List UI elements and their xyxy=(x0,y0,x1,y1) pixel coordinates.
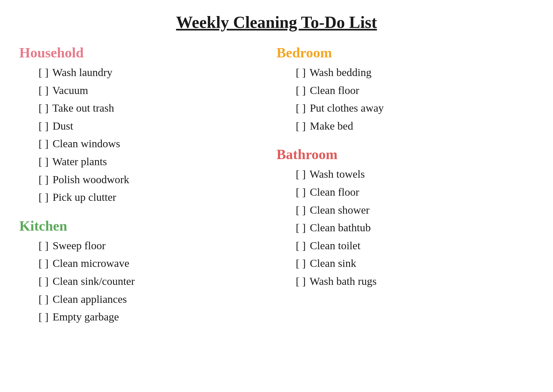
list-item: [ ] Clean bathtub xyxy=(296,220,521,235)
list-item: [ ] Clean floor xyxy=(296,184,521,200)
checkbox[interactable]: [ ] xyxy=(39,293,48,305)
section-bedroom: Bedroom [ ] Wash bedding [ ] Clean floor… xyxy=(276,45,521,133)
page-title: Weekly Cleaning To-Do List xyxy=(19,13,534,32)
checkbox[interactable]: [ ] xyxy=(296,84,306,96)
list-item: [ ] Water plants xyxy=(39,154,264,169)
checkbox[interactable]: [ ] xyxy=(296,257,306,269)
list-item: [ ] Clean windows xyxy=(39,136,264,151)
list-item: [ ] Empty garbage xyxy=(39,309,264,325)
list-item: [ ] Dust xyxy=(39,118,264,134)
kitchen-task-list: [ ] Sweep floor [ ] Clean microwave [ ] … xyxy=(19,238,264,325)
section-household: Household [ ] Wash laundry [ ] Vacuum [ … xyxy=(19,45,264,205)
checkbox[interactable]: [ ] xyxy=(39,120,48,132)
checkbox[interactable]: [ ] xyxy=(39,174,48,185)
checkbox[interactable]: [ ] xyxy=(39,138,48,149)
list-item: [ ] Put clothes away xyxy=(296,100,521,116)
checkbox[interactable]: [ ] xyxy=(296,240,306,251)
bathroom-section-title: Bathroom xyxy=(276,146,521,163)
checkbox[interactable]: [ ] xyxy=(39,191,48,203)
list-item: [ ] Clean sink xyxy=(296,256,521,271)
list-item: [ ] Clean shower xyxy=(296,202,521,218)
list-item: [ ] Clean sink/counter xyxy=(39,274,264,289)
checkbox[interactable]: [ ] xyxy=(39,66,48,78)
checkbox[interactable]: [ ] xyxy=(39,240,48,251)
right-column: Bedroom [ ] Wash bedding [ ] Clean floor… xyxy=(276,45,534,337)
list-item: [ ] Wash bedding xyxy=(296,65,521,80)
list-item: [ ] Clean microwave xyxy=(39,256,264,271)
checkbox[interactable]: [ ] xyxy=(296,204,306,216)
list-item: [ ] Sweep floor xyxy=(39,238,264,253)
bedroom-section-title: Bedroom xyxy=(276,45,521,61)
list-item: [ ] Clean toilet xyxy=(296,238,521,253)
checkbox[interactable]: [ ] xyxy=(296,66,306,78)
list-item: [ ] Pick up clutter xyxy=(39,190,264,205)
checkbox[interactable]: [ ] xyxy=(39,257,48,269)
list-item: [ ] Take out trash xyxy=(39,100,264,116)
list-item: [ ] Wash bath rugs xyxy=(296,274,521,289)
section-bathroom: Bathroom [ ] Wash towels [ ] Clean floor… xyxy=(276,146,521,289)
section-kitchen: Kitchen [ ] Sweep floor [ ] Clean microw… xyxy=(19,218,264,325)
checkbox[interactable]: [ ] xyxy=(39,156,48,167)
checkbox[interactable]: [ ] xyxy=(39,102,48,114)
list-item: [ ] Wash towels xyxy=(296,166,521,182)
checkbox[interactable]: [ ] xyxy=(296,222,306,234)
household-task-list: [ ] Wash laundry [ ] Vacuum [ ] Take out… xyxy=(19,65,264,205)
checkbox[interactable]: [ ] xyxy=(296,275,306,287)
checkbox[interactable]: [ ] xyxy=(39,84,48,96)
bedroom-task-list: [ ] Wash bedding [ ] Clean floor [ ] Put… xyxy=(276,65,521,133)
checkbox[interactable]: [ ] xyxy=(296,168,306,180)
household-section-title: Household xyxy=(19,45,264,61)
list-item: [ ] Polish woodwork xyxy=(39,172,264,187)
list-item: [ ] Make bed xyxy=(296,118,521,134)
list-item: [ ] Clean floor xyxy=(296,83,521,98)
list-item: [ ] Clean appliances xyxy=(39,292,264,307)
checkbox[interactable]: [ ] xyxy=(296,120,306,132)
kitchen-section-title: Kitchen xyxy=(19,218,264,234)
left-column: Household [ ] Wash laundry [ ] Vacuum [ … xyxy=(19,45,276,337)
list-item: [ ] Wash laundry xyxy=(39,65,264,80)
checkbox[interactable]: [ ] xyxy=(296,186,306,198)
content-columns: Household [ ] Wash laundry [ ] Vacuum [ … xyxy=(19,45,534,337)
checkbox[interactable]: [ ] xyxy=(39,311,48,323)
checkbox[interactable]: [ ] xyxy=(296,102,306,114)
checkbox[interactable]: [ ] xyxy=(39,275,48,287)
bathroom-task-list: [ ] Wash towels [ ] Clean floor [ ] Clea… xyxy=(276,166,521,289)
list-item: [ ] Vacuum xyxy=(39,83,264,98)
